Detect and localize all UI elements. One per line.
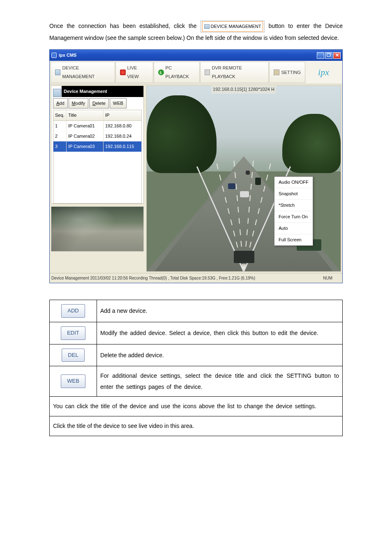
status-right: NUM [323,274,341,282]
cell-ip: 192.168.0.115 [104,141,141,152]
button-description-table: ADD Add a new device. EDIT Modify the ad… [49,300,343,436]
cell-title: IP Camera03 [67,141,104,152]
context-menu-item[interactable]: Full Screen [274,234,313,245]
tab-setting[interactable]: SETTING [269,62,305,83]
video-caption: 192.168.0.115[1] 1280*1024 H [211,85,276,94]
tab-live-view[interactable]: LIVE VIEW [115,62,153,83]
device-management-tab-icon [55,69,60,75]
live-video-area[interactable]: Audio ON/OFFSnapshot*StretchForce Turn O… [146,86,341,272]
device-management-icon [204,24,210,29]
tab-live-view-label: LIVE VIEW [127,64,149,81]
context-menu-item[interactable]: *Stretch [274,200,313,211]
note-1: You can click the title of the device an… [50,397,343,416]
cell-ip: 192.168.0.24 [104,131,141,141]
add-button[interactable]: ADD [61,304,85,318]
device-table: Seq. Title IP 1IP Camera01192.168.0.802I… [53,110,142,203]
table-row[interactable]: 1IP Camera01192.168.0.80 [53,121,141,131]
cell-title: IP Camera01 [67,121,104,131]
col-header-seq[interactable]: Seq. [53,110,67,120]
context-menu-item[interactable]: Snapshot [274,188,313,200]
brand-logo: ipx [306,62,341,83]
web-desc: For additional device settings, select t… [97,366,343,397]
dm-modify-button[interactable]: Modify [69,98,88,109]
dm-add-button[interactable]: Add [53,98,68,109]
status-left: Device Management 2011/03/02 11:20:56 Re… [51,274,255,282]
edit-button[interactable]: EDIT [61,326,85,340]
tab-dvr-remote-playback[interactable]: DVR REMOTE PLAYBACK [200,62,269,83]
context-menu-item[interactable]: Force Turn On [274,211,313,223]
dvr-playback-tab-icon [205,69,210,75]
tab-pc-playback-label: PC PLAYBACK [166,64,195,81]
window-close-button[interactable]: ✕ [333,52,341,59]
app-window: ipx CMS _ ❐ ✕ DEVICE MANAGEMENT LIVE VIE… [49,49,343,283]
dm-add-rest: dd [59,101,64,106]
edit-desc: Modify the added device. Select a device… [97,322,343,344]
device-management-inline-label: DEVICE MANAGEMENT [211,22,261,31]
col-header-title[interactable]: Title [67,110,104,120]
del-desc: Delete the added device. [97,344,343,366]
add-desc: Add a new device. [97,300,343,322]
right-panel: 192.168.0.115[1] 1280*1024 H Aud [145,84,342,273]
tab-device-management[interactable]: DEVICE MANAGEMENT [51,62,115,83]
table-row[interactable]: 3IP Camera03192.168.0.115 [53,141,141,152]
table-row[interactable]: 2IP Camera02192.168.0.24 [53,131,141,141]
dm-header-title: Device Management [64,87,141,96]
tab-dvr-remote-playback-label: DVR REMOTE PLAYBACK [212,64,264,81]
col-header-ip[interactable]: IP [104,110,141,120]
intro-text-a: Once the connection has been established… [49,23,201,29]
tab-setting-label: SETTING [281,68,301,77]
cell-seq: 2 [53,131,67,141]
window-minimize-button[interactable]: _ [317,52,324,59]
dm-web-button[interactable]: WEB [110,98,127,109]
context-menu: Audio ON/OFFSnapshot*StretchForce Turn O… [274,176,313,245]
intro-paragraph: Once the connection has been established… [49,21,343,43]
device-management-inline-button[interactable]: DEVICE MANAGEMENT [201,21,265,32]
left-panel: Device Management Add Modify Delete WEB … [50,84,145,273]
live-view-tab-icon [120,69,125,75]
main-toolbar: DEVICE MANAGEMENT LIVE VIEW PC PLAYBACK … [50,61,342,84]
brand-text: ipx [318,64,329,81]
window-title: ipx CMS [59,51,76,60]
context-menu-item[interactable]: Audio ON/OFF [274,177,313,188]
dm-delete-rest: elete [96,101,106,106]
preview-thumbnail [51,206,144,252]
note-2: Click the title of the device to see liv… [50,416,343,436]
del-button[interactable]: DEL [62,349,84,362]
dm-delete-button[interactable]: Delete [89,98,109,109]
setting-tab-icon [274,69,279,75]
pc-playback-tab-icon [158,69,164,75]
cell-seq: 3 [53,141,67,152]
dm-modify-rest: odify [76,101,85,106]
tab-device-management-label: DEVICE MANAGEMENT [62,64,111,81]
cell-ip: 192.168.0.80 [104,121,141,131]
web-button[interactable]: WEB [61,374,85,388]
titlebar: ipx CMS _ ❐ ✕ [50,50,342,61]
context-menu-item[interactable]: Auto [274,223,313,234]
cell-seq: 1 [53,121,67,131]
app-logo-icon [51,53,57,58]
status-bar: Device Management 2011/03/02 11:20:56 Re… [50,273,342,283]
window-maximize-button[interactable]: ❐ [325,52,332,59]
dm-header-icon [53,89,61,97]
tab-pc-playback[interactable]: PC PLAYBACK [154,62,200,83]
cell-title: IP Camera02 [67,131,104,141]
